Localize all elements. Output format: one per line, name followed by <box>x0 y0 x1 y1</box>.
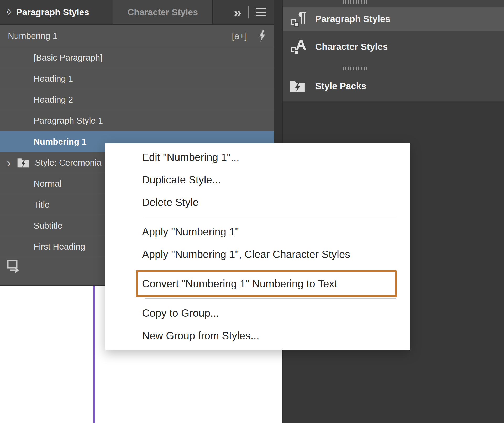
style-packs-icon <box>290 78 306 94</box>
style-swatch-front <box>294 50 299 55</box>
dock-item-label: Character Styles <box>315 41 388 52</box>
panel-footer <box>7 260 21 274</box>
tab-bar-spacer <box>213 0 234 24</box>
tab-paragraph-styles-label: Paragraph Styles <box>16 7 89 17</box>
menu-item-duplicate-style[interactable]: Duplicate Style... <box>105 168 410 191</box>
menu-item-edit-style[interactable]: Edit "Numbering 1"... <box>105 146 410 168</box>
menu-separator <box>145 298 396 299</box>
style-row-paragraph-style-1[interactable]: Paragraph Style 1 <box>0 110 274 131</box>
dock-item-label: Paragraph Styles <box>315 14 390 24</box>
current-style-name: Numbering 1 <box>8 31 57 41</box>
style-row-heading-2[interactable]: Heading 2 <box>0 89 274 110</box>
menu-item-convert-numbering-to-text[interactable]: Convert "Numbering 1" Numbering to Text <box>105 272 410 295</box>
dock-grip-handle[interactable] <box>343 0 368 4</box>
dock-item-paragraph-styles[interactable]: ¶ Paragraph Styles <box>283 7 504 31</box>
menu-item-delete-style[interactable]: Delete Style <box>105 191 410 214</box>
style-row-heading-1[interactable]: Heading 1 <box>0 68 274 89</box>
character-styles-icon: A <box>290 38 306 55</box>
lightning-icon[interactable] <box>259 30 266 42</box>
menu-separator <box>145 217 396 217</box>
style-row-label: Paragraph Style 1 <box>34 116 103 126</box>
style-row-label: Numbering 1 <box>34 137 87 147</box>
menu-item-copy-to-group[interactable]: Copy to Group... <box>105 302 410 324</box>
style-row-label: Title <box>34 200 50 210</box>
dock-grip-handle[interactable] <box>343 67 368 70</box>
panel-menu-icon[interactable] <box>256 8 266 16</box>
menu-item-new-group-from-styles[interactable]: New Group from Styles... <box>105 324 410 347</box>
style-row-label: Style: Ceremonia <box>35 158 101 168</box>
style-row-label: First Heading <box>34 242 85 252</box>
style-packs-folder-icon <box>290 80 305 93</box>
dock-item-label: Style Packs <box>315 81 366 91</box>
style-swatch-front <box>294 22 299 27</box>
tab-bar-divider <box>248 6 249 18</box>
menu-separator <box>145 269 396 269</box>
style-row-label: Normal <box>34 179 61 189</box>
style-row-label: Heading 2 <box>34 95 73 105</box>
dock-item-style-packs[interactable]: Style Packs <box>283 74 504 98</box>
style-row-label: Subtitle <box>34 221 62 231</box>
panel-tab-bar: ◊ Paragraph Styles Character Styles » <box>0 0 274 25</box>
paragraph-glyph: ¶ <box>298 8 306 25</box>
paragraph-styles-icon: ¶ <box>290 10 306 27</box>
margin-guide-line <box>93 286 95 423</box>
tab-character-styles-label: Character Styles <box>128 7 198 17</box>
tab-character-styles[interactable]: Character Styles <box>113 0 213 24</box>
expand-chevron-icon[interactable]: › <box>7 157 11 169</box>
current-style-row: Numbering 1 [a+] <box>0 25 274 47</box>
tab-paragraph-styles[interactable]: ◊ Paragraph Styles <box>0 0 113 24</box>
clear-overrides-icon[interactable]: [a+] <box>232 31 247 41</box>
style-row-label: Heading 1 <box>34 74 73 84</box>
style-row-basic-paragraph[interactable]: [Basic Paragraph] <box>0 47 274 68</box>
panel-overflow-icon[interactable]: » <box>234 5 242 19</box>
style-row-label: [Basic Paragraph] <box>34 53 102 63</box>
load-styles-icon[interactable] <box>7 260 21 273</box>
dock-item-character-styles[interactable]: A Character Styles <box>283 35 504 59</box>
menu-item-apply-style-clear-character-styles[interactable]: Apply "Numbering 1", Clear Character Sty… <box>105 243 410 266</box>
menu-item-apply-style[interactable]: Apply "Numbering 1" <box>105 220 410 243</box>
style-group-folder-icon <box>17 157 30 168</box>
panel-collapse-icon: ◊ <box>7 7 11 17</box>
style-context-menu: Edit "Numbering 1"... Duplicate Style...… <box>105 143 410 350</box>
dock-items-area: ¶ Paragraph Styles A Character Styles <box>283 0 504 101</box>
